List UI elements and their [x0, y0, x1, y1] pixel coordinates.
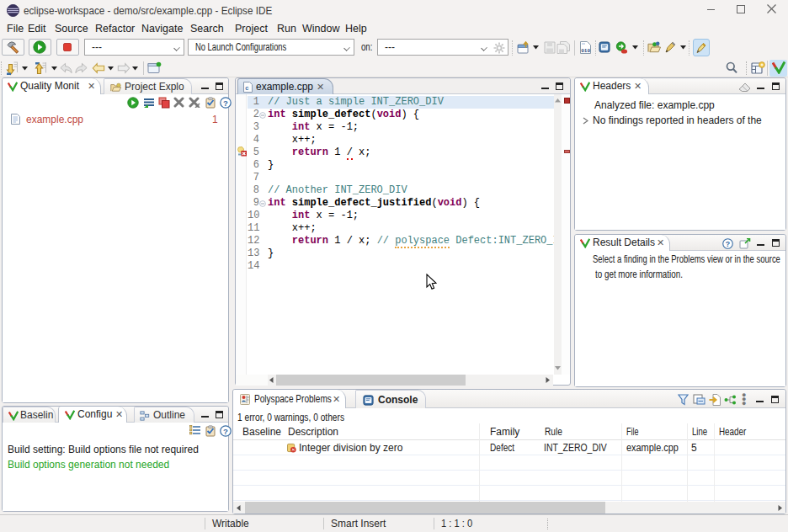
svg-text:?: ? [223, 427, 228, 436]
svg-text:?: ? [726, 240, 730, 248]
svg-text:010: 010 [581, 48, 590, 54]
svg-text:c: c [245, 84, 248, 92]
svg-text:?: ? [223, 98, 228, 108]
